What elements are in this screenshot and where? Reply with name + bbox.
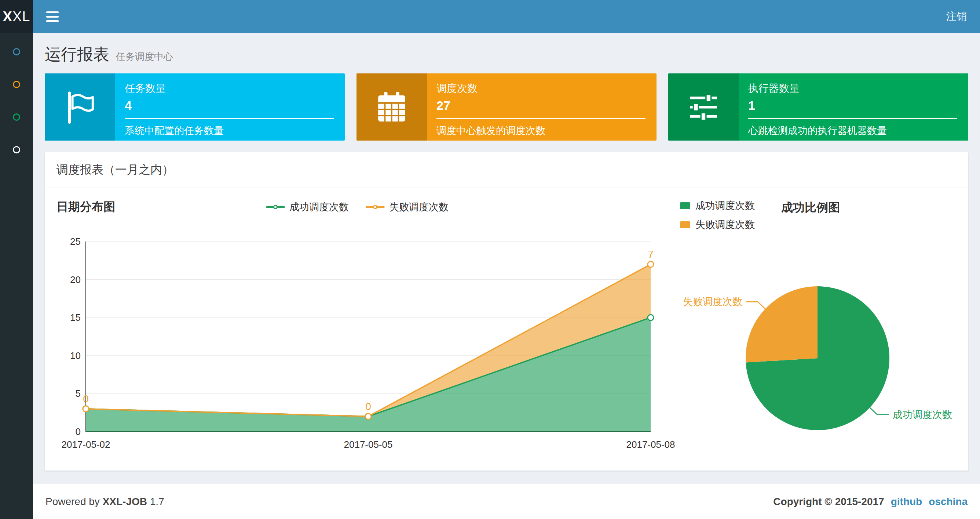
legend-success[interactable]: 成功调度次数 [266,200,349,214]
circle-icon [13,113,20,121]
info-box-body: 任务数量 4 系统中配置的任务数量 [115,73,345,141]
line-chart-svg: 05101520252017-05-022017-05-052017-05-08… [56,225,658,460]
svg-text:7: 7 [648,249,654,260]
svg-text:0: 0 [76,426,81,437]
line-chart-legend: 成功调度次数 失败调度次数 [266,200,449,214]
info-box-progress [436,118,646,119]
github-link[interactable]: github [891,496,923,508]
logo-text-bold: X [3,9,13,25]
info-box-row: 任务数量 4 系统中配置的任务数量 [33,73,980,141]
swatch-icon [680,221,690,228]
line-marker-icon [266,206,285,208]
svg-text:5: 5 [76,388,81,399]
legend-label: 失败调度次数 [389,200,449,214]
page-header: 运行报表 任务调度中心 [33,33,980,73]
info-box-body: 调度次数 27 调度中心触发的调度次数 [427,73,657,141]
legend-success[interactable]: 成功调度次数 [680,199,755,212]
sidebar-item-executor[interactable] [0,101,33,133]
legend-fail[interactable]: 失败调度次数 [366,200,449,214]
success-ratio-chart: 成功调度次数 失败调度次数 成功比例图 成功调度次数失败调度次数 [658,199,959,461]
pie-chart-svg: 成功调度次数失败调度次数 [658,239,959,444]
copyright: Copyright © 2015-2017 github oschina [773,496,967,508]
svg-text:2017-05-02: 2017-05-02 [62,439,110,450]
content-wrapper: 运行报表 任务调度中心 任务数量 4 系统中配置的任务数量 [33,33,980,484]
logout-link[interactable]: 注销 [946,10,967,24]
info-box-value: 1 [748,98,957,113]
copyright-text: Copyright © 2015-2017 [773,496,884,508]
page-title: 运行报表 [45,46,109,63]
panel-title: 调度报表（一月之内） [45,152,968,188]
info-box-progress [748,118,957,119]
circle-icon [13,81,20,88]
svg-text:失败调度次数: 失败调度次数 [683,296,742,307]
info-box-body: 执行器数量 1 心跳检测成功的执行器机器数量 [739,73,968,141]
svg-text:0: 0 [365,401,371,412]
legend-label: 成功调度次数 [290,200,349,214]
logo-text: XL [13,9,30,25]
version: 1.7 [150,496,164,507]
swatch-icon [680,202,690,209]
sidebar-item-job[interactable] [0,68,33,101]
legend-label: 成功调度次数 [695,199,755,212]
info-box-triggers: 调度次数 27 调度中心触发的调度次数 [356,73,657,141]
pie-chart-title: 成功比例图 [781,200,840,216]
info-box-icon-area [356,73,427,141]
svg-text:2017-05-05: 2017-05-05 [344,439,393,450]
info-box-executors: 执行器数量 1 心跳检测成功的执行器机器数量 [668,73,968,141]
line-chart-title: 日期分布图 [56,200,115,213]
info-box-icon-area [45,73,115,141]
info-box-value: 4 [125,98,334,113]
flag-icon [62,89,97,125]
info-box-progress [125,118,334,119]
page-subtitle: 任务调度中心 [116,50,173,63]
legend-fail[interactable]: 失败调度次数 [680,218,755,231]
info-box-description: 调度中心触发的调度次数 [436,124,646,137]
line-chart-canvas: 05101520252017-05-022017-05-052017-05-08… [56,225,658,461]
circle-icon [13,146,20,153]
svg-text:10: 10 [70,350,81,361]
oschina-link[interactable]: oschina [929,496,967,508]
info-box-label: 调度次数 [436,81,646,96]
info-box-label: 执行器数量 [748,81,957,96]
info-box-icon-area [668,73,739,141]
svg-text:20: 20 [70,274,81,285]
sliders-icon [687,90,720,124]
svg-text:15: 15 [70,312,81,323]
powered-by: Powered by XXL-JOB 1.7 [46,496,164,508]
pie-chart-canvas: 成功调度次数失败调度次数 [658,239,959,446]
svg-text:0: 0 [83,393,89,404]
navbar: 注销 [33,0,980,33]
pie-chart-legend: 成功调度次数 失败调度次数 [680,199,755,231]
info-box-description: 系统中配置的任务数量 [125,124,334,137]
info-box-jobs: 任务数量 4 系统中配置的任务数量 [45,73,345,141]
app-logo[interactable]: XXL [0,0,33,33]
sidebar [0,33,33,519]
svg-text:成功调度次数: 成功调度次数 [893,409,952,420]
sidebar-item-report[interactable] [0,35,33,68]
legend-label: 失败调度次数 [695,218,755,231]
date-distribution-chart: 日期分布图 成功调度次数 失败调度次数 05101520252017-05-02… [56,199,658,461]
info-box-value: 27 [436,98,646,113]
info-box-label: 任务数量 [125,81,334,96]
svg-text:25: 25 [70,236,81,247]
panel-body: 日期分布图 成功调度次数 失败调度次数 05101520252017-05-02… [45,188,968,471]
report-panel: 调度报表（一月之内） 日期分布图 成功调度次数 失败调度次数 [45,152,968,471]
brand-name: XXL-JOB [103,496,147,507]
circle-icon [13,48,20,56]
sidebar-toggle-icon[interactable] [46,11,59,22]
top-navbar: XXL 注销 [0,0,980,33]
line-marker-icon [366,206,385,208]
footer: Powered by XXL-JOB 1.7 Copyright © 2015-… [33,484,980,519]
calendar-icon [375,90,409,124]
sidebar-item-help[interactable] [0,133,33,166]
info-box-description: 心跳检测成功的执行器机器数量 [748,124,957,137]
